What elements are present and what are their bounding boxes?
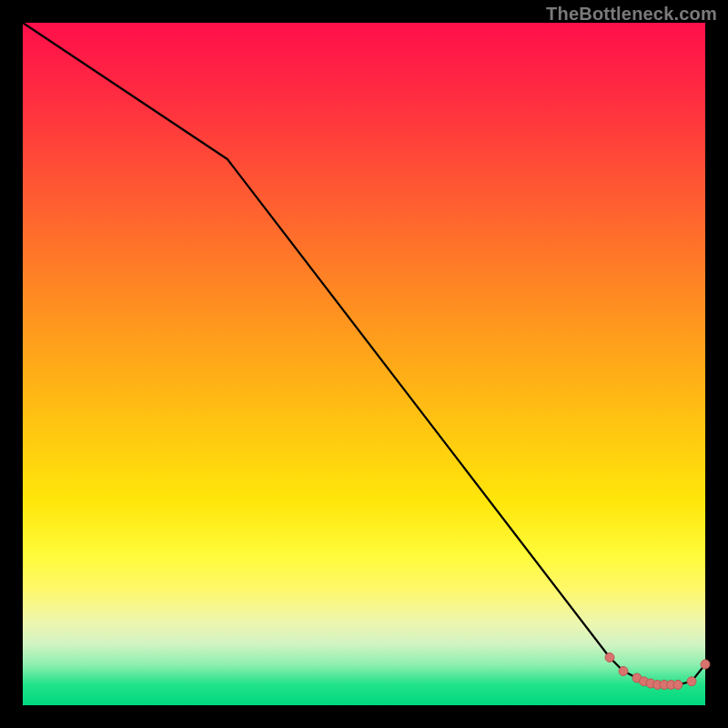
watermark-text: TheBottleneck.com bbox=[546, 4, 717, 25]
marker-point bbox=[619, 667, 628, 676]
marker-point bbox=[605, 653, 614, 662]
marker-point bbox=[673, 681, 682, 690]
marker-point bbox=[687, 677, 696, 686]
curve-line bbox=[23, 23, 705, 685]
chart-frame: TheBottleneck.com bbox=[0, 0, 728, 728]
marker-group bbox=[605, 653, 710, 690]
marker-point bbox=[701, 660, 710, 669]
chart-overlay bbox=[23, 23, 705, 705]
